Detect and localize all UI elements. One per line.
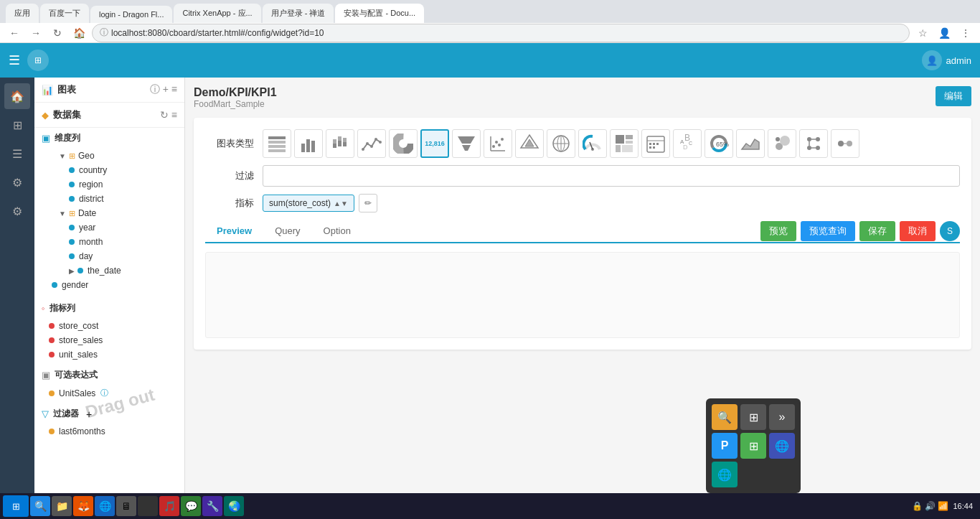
filter-input[interactable] — [263, 165, 960, 187]
popup-grid-icon[interactable]: ⊞ — [740, 404, 766, 430]
tab-preview[interactable]: Preview — [205, 220, 263, 243]
admin-avatar: 👤 — [922, 50, 942, 70]
s-button[interactable]: S — [940, 221, 960, 241]
tab-chrome-6[interactable]: 安装与配置 - Docu... — [335, 4, 424, 23]
svg-point-62 — [816, 146, 820, 150]
taskbar-icon-5[interactable]: 🖥 — [116, 496, 136, 516]
taskbar-start[interactable]: ⊞ — [3, 495, 29, 517]
popup-green-icon[interactable]: ⊞ — [740, 433, 766, 459]
add-filter-icon[interactable]: + — [86, 408, 92, 420]
tab-chrome-2[interactable]: 百度一下 — [40, 4, 89, 23]
taskbar-icon-9[interactable]: 🔧 — [202, 496, 222, 516]
sidebar-icon-reports[interactable]: ☰ — [4, 141, 30, 167]
nav-back[interactable]: ← — [6, 24, 23, 42]
chart-type-kpi[interactable]: 12,816 — [420, 129, 449, 158]
chart-type-line[interactable] — [357, 129, 386, 158]
nav-forward[interactable]: → — [27, 24, 44, 42]
nav-home[interactable]: 🏠 — [70, 24, 88, 42]
expression-section[interactable]: ▣ 可选表达式 — [34, 365, 184, 385]
chart-menu-icon[interactable]: ≡ — [171, 83, 177, 96]
tree-item-district[interactable]: district — [55, 192, 184, 206]
tree-item-day[interactable]: day — [55, 249, 184, 263]
filter-section[interactable]: ▽ 过滤器 + — [34, 403, 184, 424]
taskbar-icon-6[interactable] — [138, 496, 158, 516]
tree-item-unitsales[interactable]: UnitSales ⓘ — [34, 385, 184, 401]
taskbar-icon-2[interactable]: 📁 — [52, 496, 72, 516]
chart-type-donut[interactable]: 65% — [705, 129, 733, 158]
tree-item-date[interactable]: ▼ ⊞ Date — [44, 206, 184, 220]
popup-arrow-icon[interactable]: » — [769, 404, 795, 430]
taskbar-icon-8[interactable]: 💬 — [181, 496, 201, 516]
tree-item-gender[interactable]: gender — [34, 278, 184, 292]
save-button[interactable]: 保存 — [859, 221, 895, 241]
preview-query-button[interactable]: 预览查询 — [801, 221, 855, 241]
sidebar-icon-settings2[interactable]: ⚙ — [4, 198, 30, 224]
taskbar-icon-4[interactable]: 🌐 — [95, 496, 115, 516]
chart-type-funnel[interactable] — [452, 129, 481, 158]
popup-p-icon[interactable]: P — [712, 433, 738, 459]
tab-row: Preview Query Option 预览 预览查询 保存 取消 S — [205, 220, 960, 243]
tree-item-store-cost[interactable]: store_cost — [34, 319, 184, 333]
add-chart-icon[interactable]: + — [163, 83, 169, 96]
tree-item-year[interactable]: year — [55, 220, 184, 235]
sidebar-icon-settings1[interactable]: ⚙ — [4, 169, 30, 195]
chart-type-sankey[interactable] — [799, 129, 828, 158]
sidebar-icon-home[interactable]: 🏠 — [4, 83, 30, 109]
last6months-label: last6months — [59, 426, 105, 436]
tree-item-the-date[interactable]: ▶ the_date — [55, 263, 184, 278]
tree-item-geo[interactable]: ▼ ⊞ Geo — [44, 149, 184, 163]
preview-button[interactable]: 预览 — [760, 221, 796, 241]
tab-chrome-1[interactable]: 应用 — [6, 4, 39, 23]
sidebar-icon-dashboard[interactable]: ⊞ — [4, 112, 30, 138]
chart-type-table[interactable] — [263, 129, 291, 158]
edit-button[interactable]: 编辑 — [936, 86, 971, 106]
chart-type-pie[interactable] — [389, 129, 418, 158]
metric-section[interactable]: ◦ 指标列 — [34, 298, 184, 319]
tree-item-unit-sales[interactable]: unit_sales — [34, 347, 184, 362]
taskbar-icon-10[interactable]: 🌏 — [224, 496, 244, 516]
tab-chrome-4[interactable]: Citrix XenApp - 应... — [174, 4, 260, 23]
taskbar-icon-7[interactable]: 🎵 — [159, 496, 179, 516]
popup-blue-icon[interactable]: 🌐 — [769, 433, 795, 459]
chart-type-bar[interactable] — [294, 129, 323, 158]
chart-type-map[interactable] — [547, 129, 575, 158]
info-icon[interactable]: ⓘ — [150, 83, 160, 96]
tab-query[interactable]: Query — [263, 220, 311, 243]
hamburger-icon[interactable]: ☰ — [9, 52, 20, 68]
popup-teal-icon[interactable]: 🌐 — [712, 462, 738, 487]
indicator-arrow-up[interactable]: ▲▼ — [334, 200, 348, 207]
chart-type-gauge[interactable] — [578, 129, 607, 158]
tab-chrome-3[interactable]: login - Dragon Fl... — [90, 6, 172, 23]
edit-indicator-button[interactable]: ✏ — [359, 194, 377, 212]
bookmark-star[interactable]: ☆ — [914, 24, 931, 42]
dataset-menu-icon[interactable]: ≡ — [171, 109, 177, 121]
tab-option[interactable]: Option — [312, 220, 362, 243]
chart-type-scatter[interactable] — [484, 129, 512, 158]
tree-item-store-sales[interactable]: store_sales — [34, 333, 184, 347]
dimension-section[interactable]: ▣ 维度列 — [34, 128, 184, 149]
chart-type-area[interactable] — [736, 129, 765, 158]
chart-type-radar[interactable] — [515, 129, 544, 158]
tree-item-last6months[interactable]: last6months — [34, 424, 184, 439]
refresh-icon[interactable]: ↻ — [160, 109, 169, 121]
popup-search-icon[interactable]: 🔍 — [712, 404, 738, 430]
tree-item-month[interactable]: month — [55, 235, 184, 249]
tree-item-region[interactable]: region — [55, 177, 184, 192]
tab-chrome-5[interactable]: 用户登录 - 禅道 — [263, 4, 334, 23]
taskbar-icon-1[interactable]: 🔍 — [30, 496, 50, 516]
chart-type-treemap[interactable] — [610, 129, 639, 158]
taskbar-icon-3[interactable]: 🦊 — [73, 496, 93, 516]
user-account[interactable]: 👤 — [936, 24, 953, 42]
chart-type-wordcloud[interactable]: ABCD — [673, 129, 702, 158]
chart-type-bubble[interactable] — [768, 129, 796, 158]
chart-type-misc[interactable] — [831, 129, 859, 158]
more-options[interactable]: ⋮ — [957, 24, 974, 42]
date-children: year month day ▶ the_date — [44, 220, 184, 278]
chart-type-stacked-bar[interactable] — [326, 129, 354, 158]
nav-refresh[interactable]: ↻ — [49, 24, 66, 42]
sidebar-narrow: 🏠 ⊞ ☰ ⚙ ⚙ — [0, 78, 34, 519]
tree-item-country[interactable]: country — [55, 163, 184, 177]
cancel-button[interactable]: 取消 — [900, 221, 936, 241]
chart-type-calendar[interactable] — [641, 129, 670, 158]
address-bar[interactable]: ⓘ localhost:8080/cboard/starter.html#/co… — [92, 24, 910, 42]
